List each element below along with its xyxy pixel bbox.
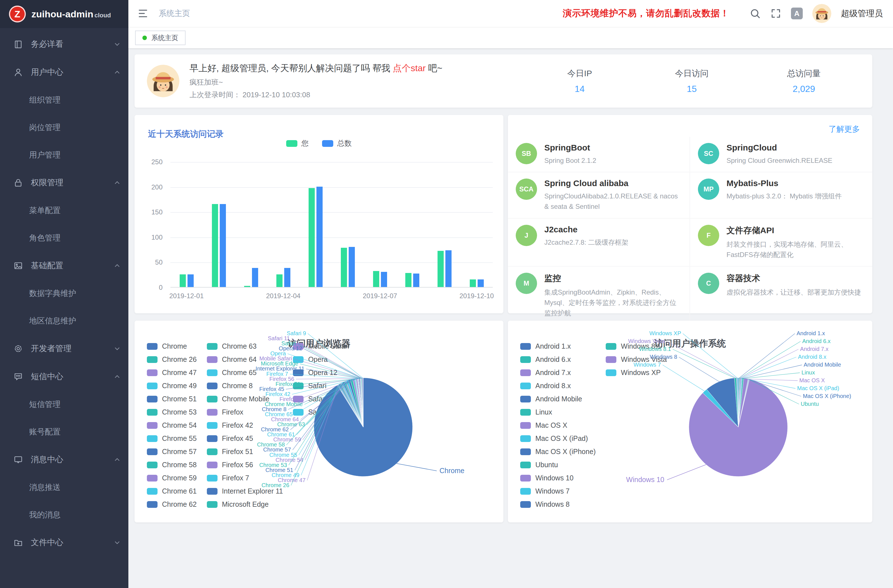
bar-series-1[interactable] xyxy=(188,274,194,287)
legend-item[interactable]: Windows 8.1 xyxy=(606,342,667,350)
bar-series-1[interactable] xyxy=(381,272,387,287)
sidebar-item-must-read[interactable]: 务必详看 xyxy=(0,30,128,58)
legend-item[interactable]: Chrome Mobile xyxy=(207,395,283,403)
sidebar-item-menu-config[interactable]: 菜单配置 xyxy=(0,197,128,224)
legend-item[interactable]: 总数 xyxy=(322,138,352,148)
legend-item[interactable]: Windows 8 xyxy=(520,500,595,508)
legend-item[interactable]: Opera xyxy=(293,355,349,364)
bar-series-0[interactable] xyxy=(373,271,379,287)
app-logo[interactable]: Z zuihou-admincloud xyxy=(0,0,128,28)
legend-item[interactable]: Chrome 54 xyxy=(147,421,197,429)
bar-series-0[interactable] xyxy=(212,204,218,287)
bar-series-1[interactable] xyxy=(284,268,290,287)
sidebar-item-sms-management[interactable]: 短信管理 xyxy=(0,391,128,418)
learn-more-link[interactable]: 了解更多 xyxy=(828,124,860,135)
bar-series-0[interactable] xyxy=(180,274,186,287)
legend-item[interactable]: Android 6.x xyxy=(520,355,595,364)
sidebar-item-user-management[interactable]: 用户管理 xyxy=(0,141,128,169)
legend-item[interactable]: Chrome 58 xyxy=(147,461,197,469)
bar-series-1[interactable] xyxy=(220,204,226,287)
legend-item[interactable]: Firefox 42 xyxy=(207,421,283,429)
legend-item[interactable]: Chrome xyxy=(147,342,197,350)
legend-item[interactable]: Mac OS X (iPhone) xyxy=(520,448,595,456)
legend-item[interactable]: Android 8.x xyxy=(520,382,595,390)
bar-series-1[interactable] xyxy=(316,186,323,287)
legend-item[interactable]: Chrome 51 xyxy=(147,395,197,403)
legend-item[interactable]: Mac OS X (iPad) xyxy=(520,435,595,442)
legend-item[interactable]: 您 xyxy=(286,138,308,148)
legend-item[interactable]: Linux xyxy=(520,408,595,416)
legend-item[interactable]: Chrome 61 xyxy=(147,487,197,495)
legend-item[interactable]: Android 1.x xyxy=(520,342,595,350)
bar-series-1[interactable] xyxy=(445,250,451,287)
sidebar-item-developer-management[interactable]: 开发者管理 xyxy=(0,335,128,362)
legend-item[interactable]: Windows 10 xyxy=(520,474,595,482)
sidebar-item-post-management[interactable]: 岗位管理 xyxy=(0,114,128,141)
legend-item[interactable]: Safari 11 xyxy=(293,395,349,403)
sidebar-item-role-management[interactable]: 角色管理 xyxy=(0,224,128,252)
sidebar-item-region-maintenance[interactable]: 地区信息维护 xyxy=(0,307,128,335)
bar-series-0[interactable] xyxy=(244,286,250,287)
sidebar-item-user-center[interactable]: 用户中心 xyxy=(0,58,128,86)
sidebar-item-account-config[interactable]: 账号配置 xyxy=(0,418,128,446)
legend-item[interactable]: Chrome 55 xyxy=(147,435,197,442)
menu-fold-icon[interactable] xyxy=(137,8,149,19)
legend-item[interactable]: Internet Explorer 11 xyxy=(207,487,283,495)
sidebar-item-base-config[interactable]: 基础配置 xyxy=(0,252,128,280)
legend-item[interactable]: Chrome 62 xyxy=(147,500,197,508)
legend-item[interactable]: Windows 7 xyxy=(520,487,595,495)
sidebar-item-my-messages[interactable]: 我的消息 xyxy=(0,501,128,529)
bar-series-1[interactable] xyxy=(349,247,355,287)
bar-series-0[interactable] xyxy=(405,273,412,287)
legend-item[interactable]: Mac OS X xyxy=(520,421,595,429)
legend-item[interactable]: Chrome 26 xyxy=(147,355,197,364)
legend-item[interactable]: Chrome 64 xyxy=(207,355,283,364)
search-icon[interactable] xyxy=(750,8,761,19)
legend-item[interactable]: Chrome 57 xyxy=(147,448,197,456)
legend-item[interactable]: Android Mobile xyxy=(520,395,595,403)
legend-item[interactable]: Chrome 65 xyxy=(207,368,283,377)
legend-item[interactable]: Android 7.x xyxy=(520,368,595,377)
legend-item[interactable]: Windows Vista xyxy=(606,355,667,364)
bar-series-0[interactable] xyxy=(470,280,476,287)
sidebar-item-file-center[interactable]: 文件中心 xyxy=(0,529,128,556)
sidebar-item-auth-management[interactable]: 权限管理 xyxy=(0,169,128,197)
sidebar-item-org-management[interactable]: 组织管理 xyxy=(0,86,128,114)
fullscreen-icon[interactable] xyxy=(770,8,782,19)
legend-item[interactable]: Chrome 59 xyxy=(147,474,197,482)
bar-series-0[interactable] xyxy=(277,274,283,287)
legend-item[interactable]: Firefox xyxy=(207,408,283,416)
legend-item[interactable]: Firefox 45 xyxy=(207,435,283,442)
legend-item[interactable]: Chrome 63 xyxy=(207,342,283,350)
bar-series-1[interactable] xyxy=(413,274,419,287)
star-link[interactable]: 点个star xyxy=(393,63,425,73)
avatar[interactable] xyxy=(812,4,831,23)
legend-item[interactable]: Microsoft Edge xyxy=(207,500,283,508)
sidebar-item-message-push[interactable]: 消息推送 xyxy=(0,474,128,501)
bar-series-0[interactable] xyxy=(308,188,315,287)
legend-item[interactable]: Opera 12 xyxy=(293,368,349,377)
sidebar-item-message-center[interactable]: 消息中心 xyxy=(0,446,128,474)
legend-item[interactable]: Ubuntu xyxy=(520,461,595,469)
legend-item[interactable]: Safari 9 xyxy=(293,408,349,416)
sidebar-item-sms-center[interactable]: 短信中心 xyxy=(0,362,128,391)
bar-series-1[interactable] xyxy=(252,268,258,287)
legend-item[interactable]: Chrome 49 xyxy=(147,382,197,390)
legend-item[interactable]: Firefox 56 xyxy=(207,461,283,469)
legend-item[interactable]: Firefox 51 xyxy=(207,448,283,456)
legend-item[interactable]: Windows XP xyxy=(606,368,667,377)
legend-item[interactable]: Safari xyxy=(293,382,349,390)
legend-item[interactable]: Chrome 47 xyxy=(147,368,197,377)
username[interactable]: 超级管理员 xyxy=(841,8,883,20)
bar-series-1[interactable] xyxy=(478,280,484,287)
legend-item[interactable]: Chrome 8 xyxy=(207,382,283,390)
legend-item[interactable]: Firefox 7 xyxy=(207,474,283,482)
tab-home[interactable]: 系统主页 xyxy=(135,30,186,45)
legend-item[interactable]: Mobile Safari xyxy=(293,342,349,350)
breadcrumb[interactable]: 系统主页 xyxy=(159,8,190,19)
bar-series-0[interactable] xyxy=(437,251,444,287)
sidebar-item-dict-maintenance[interactable]: 数据字典维护 xyxy=(0,280,128,307)
font-size-icon[interactable]: A xyxy=(791,8,803,20)
legend-item[interactable]: Chrome 53 xyxy=(147,408,197,416)
bar-series-0[interactable] xyxy=(341,248,347,287)
